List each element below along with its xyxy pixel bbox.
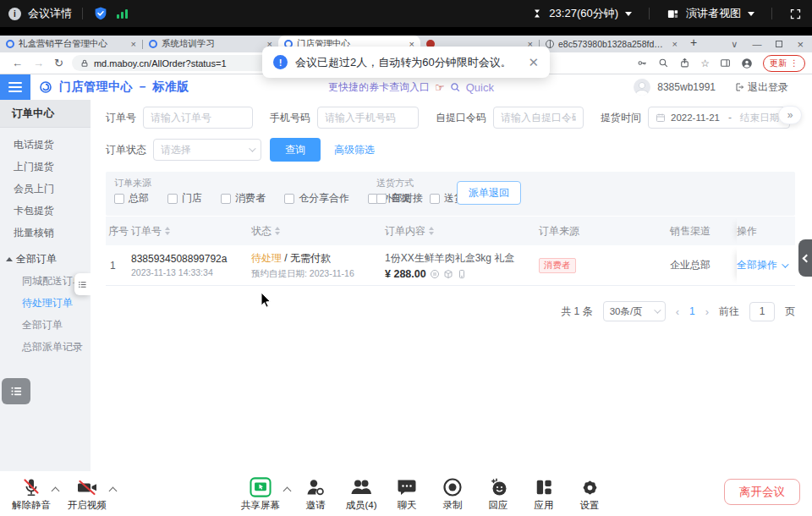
- reactions-button[interactable]: 回应: [474, 476, 523, 512]
- tab-close-icon[interactable]: ×: [672, 39, 678, 49]
- checkbox-source-consumer[interactable]: 消费者: [221, 191, 266, 206]
- window-minimize-icon[interactable]: —: [752, 39, 761, 49]
- delivery-method-label: 送货方式: [376, 177, 414, 189]
- filter-collapse-button[interactable]: »: [778, 106, 802, 124]
- window-close-icon[interactable]: ×: [797, 38, 804, 51]
- hamburger-menu-button[interactable]: [0, 74, 30, 100]
- menu-dots-icon[interactable]: ⋮: [790, 58, 798, 68]
- phone-input[interactable]: [317, 107, 419, 129]
- info-icon[interactable]: i: [8, 8, 21, 20]
- date-range-picker[interactable]: 2022-11-21 - 结束日期: [648, 107, 790, 129]
- view-mode-button[interactable]: 演讲者视图: [686, 6, 741, 21]
- forward-icon[interactable]: →: [33, 57, 44, 69]
- unmute-button[interactable]: 解除静音: [7, 476, 56, 512]
- phone-icon[interactable]: [457, 269, 467, 279]
- goto-page-input[interactable]: [749, 302, 775, 321]
- share-icon[interactable]: [679, 58, 690, 69]
- sidebar-collapse-handle[interactable]: [74, 273, 91, 295]
- share-screen-button[interactable]: 共享屏幕: [236, 476, 285, 512]
- checkbox-icon: [376, 194, 387, 204]
- browser-tab-1[interactable]: 礼盒营销平台管理中心 ×: [0, 36, 142, 52]
- advanced-filter-link[interactable]: 高级筛选: [334, 143, 375, 157]
- record-button[interactable]: 录制: [428, 476, 477, 512]
- package-box-icon[interactable]: [443, 269, 453, 279]
- col-content[interactable]: 订单内容: [385, 224, 539, 239]
- meeting-timer: 23:27(60分钟): [549, 6, 618, 21]
- sort-icon[interactable]: [275, 227, 280, 235]
- chat-button[interactable]: 聊天: [382, 476, 431, 512]
- profile-avatar-icon[interactable]: [741, 58, 753, 69]
- order-status-select[interactable]: 请选择: [153, 139, 261, 161]
- zoom-icon[interactable]: [658, 58, 669, 69]
- timer-dropdown-icon[interactable]: [625, 12, 632, 16]
- side-panel-handle[interactable]: [798, 239, 812, 277]
- sort-icon[interactable]: [429, 227, 434, 235]
- window-maximize-icon[interactable]: [776, 41, 782, 47]
- sidebar-section-order-center[interactable]: 订单中心: [0, 100, 91, 128]
- new-tab-button[interactable]: +: [683, 36, 704, 52]
- quick-search-icon[interactable]: [450, 82, 461, 93]
- password-key-icon[interactable]: [637, 58, 648, 69]
- browser-tab-2[interactable]: 系统培训学习 ×: [143, 36, 278, 52]
- col-status[interactable]: 状态: [251, 224, 385, 239]
- share-screen-icon: [236, 476, 285, 498]
- invite-button[interactable]: 邀请: [291, 476, 340, 512]
- current-page[interactable]: 1: [689, 305, 695, 317]
- security-shield-icon[interactable]: [93, 6, 108, 21]
- tab-search-icon[interactable]: ∨: [731, 39, 738, 50]
- toast-close-icon[interactable]: ✕: [528, 55, 539, 70]
- tab-close-icon[interactable]: ×: [131, 39, 136, 49]
- sidebar-sub-pending-orders[interactable]: 待处理订单: [0, 292, 91, 314]
- page-size-select[interactable]: 30条/页: [603, 301, 666, 321]
- sidebar-item-phone-pickup[interactable]: 电话提货: [0, 134, 91, 156]
- sidebar-item-member-visit[interactable]: 会员上门: [0, 178, 91, 200]
- checkbox-source-hq[interactable]: 总部: [114, 191, 149, 206]
- pickup-time-label: 提货时间: [601, 111, 641, 125]
- order-no-input[interactable]: [143, 107, 253, 129]
- checkbox-source-store[interactable]: 门店: [167, 191, 202, 206]
- browser-tab-5[interactable]: e8c573980b1328a258fd2e6l8 ×: [540, 36, 683, 52]
- row-action-dropdown[interactable]: 全部操作: [737, 245, 795, 285]
- search-button[interactable]: 查询: [270, 138, 321, 162]
- sidebar-sub-all-orders[interactable]: 全部订单: [0, 314, 91, 336]
- next-page-icon[interactable]: ›: [705, 305, 709, 318]
- dispatch-return-button[interactable]: 派单退回: [457, 181, 521, 205]
- start-video-button[interactable]: 开启视频: [63, 476, 112, 512]
- pickup-code-input[interactable]: [493, 107, 584, 129]
- floating-list-button[interactable]: [2, 378, 30, 404]
- checkbox-source-warehouse-share[interactable]: 仓分享合作: [284, 191, 349, 206]
- meeting-details-button[interactable]: 会议详情: [28, 6, 72, 21]
- receipt-icon[interactable]: [430, 269, 440, 279]
- network-signal-icon[interactable]: [117, 8, 128, 19]
- apps-button[interactable]: 应用: [519, 476, 568, 512]
- logout-button[interactable]: 退出登录: [734, 80, 788, 95]
- back-icon[interactable]: ←: [12, 57, 23, 69]
- sidebar-item-card-pickup[interactable]: 卡包提货: [0, 200, 91, 222]
- sidebar-group-all-orders[interactable]: 全部订单: [0, 248, 91, 270]
- tool-label: 应用: [519, 499, 568, 512]
- quick-link[interactable]: Quick: [466, 81, 494, 94]
- user-avatar[interactable]: [634, 79, 650, 96]
- fullscreen-icon[interactable]: [789, 8, 802, 20]
- tab-label: e8c573980b1328a258fd2e6l8: [558, 39, 668, 49]
- members-button[interactable]: 成员(4): [337, 476, 386, 512]
- leave-meeting-button[interactable]: 离开会议: [724, 479, 800, 505]
- checkbox-delivery-selfpickup[interactable]: 自提: [376, 191, 411, 206]
- divider: [771, 8, 772, 19]
- sort-icon[interactable]: [165, 227, 170, 235]
- side-panel-icon[interactable]: [720, 58, 731, 69]
- bookmark-star-icon[interactable]: ☆: [700, 58, 710, 69]
- sidebar-item-batch-verify[interactable]: 批量核销: [0, 222, 91, 244]
- tool-label: 成员(4): [337, 499, 386, 512]
- sidebar-item-door-pickup[interactable]: 上门提货: [0, 156, 91, 178]
- camera-off-icon: [63, 476, 112, 498]
- mic-muted-icon: [7, 476, 56, 498]
- prev-page-icon[interactable]: ‹: [676, 305, 679, 318]
- chrome-update-button[interactable]: 更新 ⋮: [763, 55, 805, 72]
- col-order-no[interactable]: 订单号: [131, 224, 251, 239]
- promo-link[interactable]: 更快捷的券卡查询入口: [328, 80, 430, 95]
- refresh-icon[interactable]: ↻: [54, 57, 63, 69]
- view-dropdown-icon[interactable]: [748, 12, 754, 16]
- sidebar-sub-hq-dispatch-log[interactable]: 总部派单记录: [0, 336, 91, 358]
- settings-button[interactable]: 设置: [565, 476, 614, 512]
